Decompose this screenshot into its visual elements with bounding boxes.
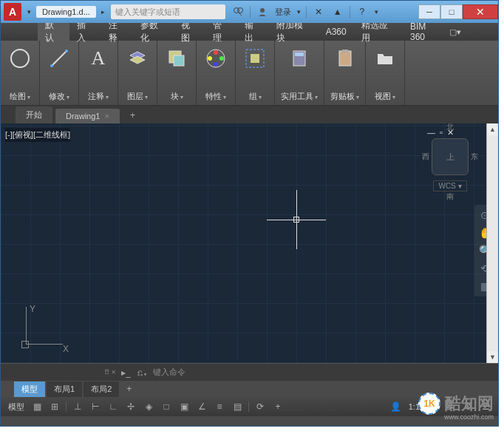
user-icon[interactable] — [255, 4, 270, 19]
polar-toggle-icon[interactable]: ✢ — [123, 399, 139, 414]
ribbon-group-view[interactable]: 视图▾ — [366, 41, 405, 105]
cmd-grip-icon[interactable]: ⠿ × — [104, 368, 116, 376]
ribbon-label: 注释▾ — [88, 91, 109, 102]
vertical-scrollbar[interactable]: ▲ ▼ — [486, 123, 498, 363]
filetab-start[interactable]: 开始 — [16, 106, 52, 123]
search-icon[interactable] — [231, 4, 245, 19]
help-dropdown-icon[interactable]: ▾ — [375, 8, 378, 16]
search-input[interactable]: 键入关键字或短语 — [111, 4, 225, 19]
ribbon-group-annotate[interactable]: A 注释▾ — [79, 41, 118, 105]
viewcube-east[interactable]: 东 — [471, 152, 478, 162]
ribbon-label: 块▾ — [171, 91, 183, 102]
svg-point-2 — [237, 8, 242, 13]
ribbon-group-block[interactable]: 块▾ — [157, 41, 197, 105]
scroll-down-icon[interactable]: ▼ — [487, 351, 498, 363]
svg-point-4 — [11, 50, 29, 67]
grid-toggle-icon[interactable]: ▦ — [29, 399, 45, 414]
clipboard-icon — [332, 45, 358, 72]
modeltab-add-button[interactable]: + — [120, 382, 137, 396]
a360-icon[interactable]: ▲ — [330, 4, 345, 19]
osnap-toggle-icon[interactable]: □ — [158, 399, 174, 414]
svg-line-5 — [52, 51, 67, 66]
svg-point-3 — [260, 8, 265, 13]
svg-rect-16 — [251, 54, 259, 63]
modeltab-layout2[interactable]: 布局2 — [84, 382, 119, 397]
palette-icon — [202, 45, 229, 72]
scroll-up-icon[interactable]: ▲ — [487, 123, 498, 135]
filetab-add-button[interactable]: + — [123, 107, 143, 123]
iso-toggle-icon[interactable]: ◈ — [140, 399, 157, 414]
separator — [350, 6, 350, 18]
ribbon-label: 实用工具▾ — [281, 91, 318, 102]
window-controls: ─ □ ✕ — [418, 4, 498, 19]
command-line[interactable]: ⠿ × ▸_ ⎌▾ 键入命令 — [1, 363, 498, 381]
svg-point-6 — [50, 64, 53, 67]
svg-point-11 — [214, 50, 218, 55]
svg-point-7 — [65, 50, 68, 52]
ribbon-label: 图层▾ — [127, 91, 148, 102]
cmd-recent-icon[interactable]: ⎌▾ — [137, 367, 149, 379]
drawing-canvas[interactable]: [-][俯视][二维线框] — ▫ ✕ Y X 北 上 西 东 南 WCS ▾ … — [1, 123, 498, 363]
recent-dropdown-icon[interactable]: ▸ — [101, 8, 105, 16]
qat-dropdown-icon[interactable]: ▾ — [27, 8, 31, 16]
ribbon-label: 剪贴板▾ — [330, 91, 359, 102]
circle-icon — [7, 45, 33, 72]
ribbon-panel-icon[interactable]: ▢▾ — [449, 27, 461, 37]
viewcube-south[interactable]: 南 — [446, 191, 454, 202]
help-icon[interactable]: ? — [355, 4, 370, 19]
status-model-button[interactable]: 模型 — [5, 401, 27, 413]
exchange-icon[interactable]: ✕ — [311, 4, 326, 19]
tab-close-icon[interactable]: × — [104, 112, 109, 121]
command-input[interactable]: 键入命令 — [153, 367, 395, 378]
cycling-toggle-icon[interactable]: ⟳ — [252, 399, 268, 414]
ortho-toggle-icon[interactable]: ∟ — [105, 399, 121, 414]
ribbon-group-clipboard[interactable]: 剪贴板▾ — [324, 41, 366, 105]
watermark: 1K 酷知网 www.coozhi.com — [418, 393, 494, 415]
viewcube-wcs[interactable]: WCS ▾ — [433, 180, 466, 191]
ribbon-group-draw[interactable]: 绘图▾ — [1, 41, 40, 105]
tab-bim360[interactable]: BIM 360 — [403, 19, 449, 44]
workspace-icon[interactable]: 👤 — [388, 399, 404, 414]
lineweight-toggle-icon[interactable]: ≡ — [211, 399, 228, 414]
ribbon-group-utilities[interactable]: 实用工具▾ — [275, 41, 324, 105]
filetab-drawing1[interactable]: Drawing1× — [55, 109, 120, 123]
titlebar: A ▾ Drawing1.d... ▸ 键入关键字或短语 登录 ▾ ✕ ▲ ? … — [1, 1, 498, 23]
modeltab-model[interactable]: 模型 — [14, 382, 45, 397]
dynamic-toggle-icon[interactable]: ⊢ — [87, 399, 103, 414]
tab-a360[interactable]: A360 — [319, 24, 354, 39]
cmd-prompt-icon[interactable]: ▸_ — [120, 367, 132, 379]
minimize-button[interactable]: ─ — [418, 4, 440, 19]
svg-point-13 — [214, 62, 218, 67]
ribbon-label: 视图▾ — [375, 91, 395, 102]
viewcube-west[interactable]: 西 — [422, 152, 429, 162]
maximize-button[interactable]: □ — [440, 4, 463, 19]
modeltab-layout1[interactable]: 布局1 — [47, 382, 82, 397]
signin-dropdown-icon[interactable]: ▾ — [297, 8, 301, 16]
svg-rect-20 — [342, 50, 348, 52]
infer-toggle-icon[interactable]: ⊥ — [69, 399, 86, 414]
svg-rect-9 — [174, 55, 184, 66]
3dosnap-toggle-icon[interactable]: ▣ — [176, 399, 192, 414]
annomonitor-icon[interactable]: + — [270, 399, 286, 414]
viewcube-north[interactable]: 北 — [446, 123, 454, 132]
autocad-logo[interactable]: A — [4, 3, 21, 21]
ribbon-group-group[interactable]: 组▾ — [236, 41, 275, 105]
otrack-toggle-icon[interactable]: ∠ — [194, 399, 210, 414]
ribbon-group-properties[interactable]: 特性▾ — [197, 41, 236, 105]
text-icon: A — [85, 45, 112, 72]
viewcube-face[interactable]: 上 西 东 — [432, 138, 469, 175]
viewport-label[interactable]: [-][俯视][二维线框] — [5, 128, 70, 142]
scroll-track[interactable] — [487, 135, 498, 351]
close-button[interactable]: ✕ — [463, 4, 498, 19]
ribbon-group-modify[interactable]: 修改▾ — [40, 41, 79, 105]
transparency-toggle-icon[interactable]: ▤ — [229, 399, 245, 414]
ribbon-label: 绘图▾ — [10, 91, 30, 102]
calc-icon — [286, 45, 313, 72]
snap-toggle-icon[interactable]: ⊞ — [47, 399, 63, 414]
x-axis-label: X — [63, 344, 69, 354]
viewcube[interactable]: 北 上 西 东 南 WCS ▾ — [428, 131, 472, 191]
ribbon-group-layers[interactable]: 图层▾ — [118, 41, 157, 105]
separator — [306, 6, 307, 18]
signin-link[interactable]: 登录 — [275, 7, 291, 18]
ribbon: 绘图▾ 修改▾ A 注释▾ 图层▾ 块▾ 特性▾ 组▾ 实用工具▾ — [1, 41, 498, 106]
